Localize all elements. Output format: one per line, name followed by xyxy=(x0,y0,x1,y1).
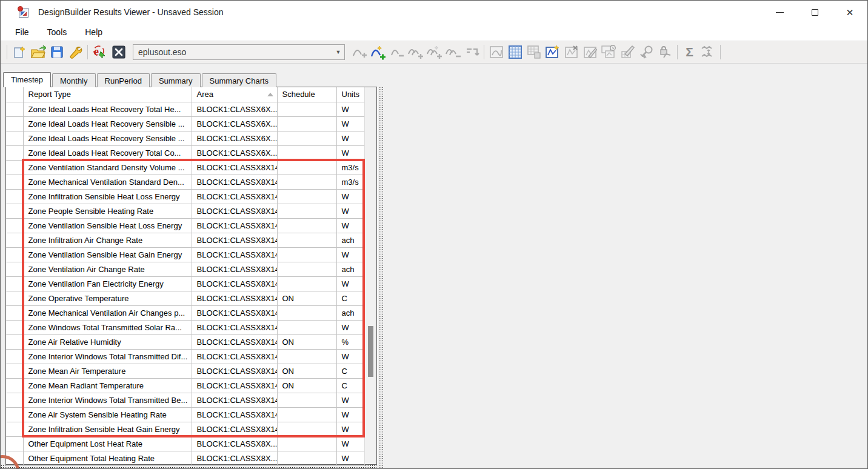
schedule-cell[interactable] xyxy=(277,189,336,204)
area-cell[interactable]: BLOCK1:CLASSX8X14 xyxy=(192,349,277,364)
table-row[interactable]: Zone Mechanical Ventilation Standard Den… xyxy=(6,175,364,189)
delete-chart-button[interactable] xyxy=(562,43,581,61)
report-type-cell[interactable]: Zone Infiltration Sensible Heat Loss Ene… xyxy=(23,189,192,204)
area-cell[interactable]: BLOCK1:CLASSX8X14 xyxy=(192,247,277,262)
menu-help[interactable]: Help xyxy=(78,25,110,39)
report-type-cell[interactable]: Zone Infiltration Air Change Rate xyxy=(23,233,192,247)
move-series-button[interactable] xyxy=(462,43,481,61)
open-button[interactable] xyxy=(28,43,47,61)
schedule-cell[interactable] xyxy=(277,436,336,451)
row-selector-cell[interactable] xyxy=(6,378,23,393)
row-selector-cell[interactable] xyxy=(6,407,23,422)
normalize-button[interactable] xyxy=(699,43,718,61)
schedule-cell[interactable] xyxy=(277,204,336,218)
report-type-cell[interactable]: Zone Infiltration Sensible Heat Gain Ene… xyxy=(23,422,192,436)
tab-summary[interactable]: Summary xyxy=(151,73,201,87)
row-selector-cell[interactable] xyxy=(6,233,23,247)
report-type-cell[interactable]: Other Equipment Total Heating Rate xyxy=(23,451,192,465)
row-selector-cell[interactable] xyxy=(6,349,23,364)
units-cell[interactable]: W xyxy=(336,349,364,364)
area-cell[interactable]: BLOCK1:CLASSX8X14 xyxy=(192,378,277,393)
report-type-cell[interactable]: Zone Operative Temperature xyxy=(23,291,192,305)
table-row[interactable]: Zone Operative Temperature BLOCK1:CLASSX… xyxy=(6,291,364,305)
undo-zoom-button[interactable] xyxy=(637,43,656,61)
column-header-area[interactable]: Area xyxy=(192,87,277,102)
sum-button[interactable]: Σ xyxy=(680,43,699,61)
new-chart-button[interactable] xyxy=(543,43,562,61)
table-row[interactable]: Zone Mean Air Temperature BLOCK1:CLASSX8… xyxy=(6,364,364,378)
area-cell[interactable]: BLOCK1:CLASSX8X14 xyxy=(192,364,277,378)
row-selector-cell[interactable] xyxy=(6,160,23,175)
units-cell[interactable]: C xyxy=(336,364,364,378)
schedule-cell[interactable] xyxy=(277,407,336,422)
units-cell[interactable]: ach xyxy=(336,233,364,247)
row-selector-cell[interactable] xyxy=(6,116,23,131)
row-selector-cell[interactable] xyxy=(6,131,23,145)
table-row[interactable]: Zone Infiltration Sensible Heat Gain Ene… xyxy=(6,422,364,436)
units-cell[interactable]: W xyxy=(336,218,364,233)
schedule-cell[interactable]: ON xyxy=(277,364,336,378)
report-type-cell[interactable]: Zone Mean Radiant Temperature xyxy=(23,378,192,393)
area-cell[interactable]: BLOCK1:CLASSX8X14 xyxy=(192,305,277,320)
table-row[interactable]: Zone Ventilation Air Change Rate BLOCK1:… xyxy=(6,262,364,276)
units-cell[interactable]: W xyxy=(336,451,364,465)
row-selector-cell[interactable] xyxy=(6,102,23,116)
units-cell[interactable]: W xyxy=(336,320,364,334)
units-cell[interactable]: m3/s xyxy=(336,160,364,175)
area-cell[interactable]: BLOCK1:CLASSX8X... xyxy=(192,436,277,451)
area-cell[interactable]: BLOCK1:CLASSX8X14 xyxy=(192,276,277,291)
schedule-cell[interactable] xyxy=(277,451,336,465)
add-all-series-new-chart-button[interactable] xyxy=(425,43,444,61)
schedule-cell[interactable]: ON xyxy=(277,291,336,305)
schedule-cell[interactable] xyxy=(277,102,336,116)
report-type-cell[interactable]: Zone Air System Sensible Heating Rate xyxy=(23,407,192,422)
table-row[interactable]: Zone Ventilation Fan Electricity Energy … xyxy=(6,276,364,291)
units-cell[interactable]: ach xyxy=(336,262,364,276)
area-cell[interactable]: BLOCK1:CLASSX6X... xyxy=(192,102,277,116)
schedule-cell[interactable] xyxy=(277,262,336,276)
tab-monthly[interactable]: Monthly xyxy=(52,73,96,87)
menu-tools[interactable]: Tools xyxy=(40,25,75,39)
options-button[interactable] xyxy=(66,43,85,61)
table-row[interactable]: Zone Air Relative Humidity BLOCK1:CLASSX… xyxy=(6,334,364,349)
row-selector-cell[interactable] xyxy=(6,320,23,334)
menu-file[interactable]: File xyxy=(8,25,36,39)
table-row[interactable]: Zone Ventilation Standard Density Volume… xyxy=(6,160,364,175)
add-all-series-button[interactable] xyxy=(406,43,425,61)
report-type-cell[interactable]: Zone Interior Windows Total Transmitted … xyxy=(23,349,192,364)
report-type-cell[interactable]: Zone Ideal Loads Heat Recovery Sensible … xyxy=(23,116,192,131)
chart-interval-button[interactable] xyxy=(599,43,618,61)
units-cell[interactable]: W xyxy=(336,436,364,451)
report-type-cell[interactable]: Zone Ventilation Sensible Heat Loss Ener… xyxy=(23,218,192,233)
report-type-cell[interactable]: Other Equipment Lost Heat Rate xyxy=(23,436,192,451)
column-header-schedule[interactable]: Schedule xyxy=(277,87,336,102)
area-cell[interactable]: BLOCK1:CLASSX6X... xyxy=(192,116,277,131)
tab-runperiod[interactable]: RunPeriod xyxy=(97,73,150,87)
area-cell[interactable]: BLOCK1:CLASSX6X... xyxy=(192,145,277,160)
new-session-button[interactable] xyxy=(10,43,28,61)
report-type-cell[interactable]: Zone Interior Windows Total Transmitted … xyxy=(23,393,192,407)
table-row[interactable]: Zone Ideal Loads Heat Recovery Sensible … xyxy=(6,131,364,145)
row-selector-cell[interactable] xyxy=(6,291,23,305)
units-cell[interactable]: W xyxy=(336,204,364,218)
table-row[interactable]: Other Equipment Lost Heat Rate BLOCK1:CL… xyxy=(6,436,364,451)
report-type-cell[interactable]: Zone People Sensible Heating Rate xyxy=(23,204,192,218)
area-cell[interactable]: BLOCK1:CLASSX8X14 xyxy=(192,218,277,233)
units-cell[interactable]: m3/s xyxy=(336,175,364,189)
column-header-units[interactable]: Units xyxy=(336,87,364,102)
report-type-cell[interactable]: Zone Windows Total Transmitted Solar Ra.… xyxy=(23,320,192,334)
schedule-cell[interactable] xyxy=(277,320,336,334)
view-grid-button[interactable] xyxy=(506,43,524,61)
close-file-button[interactable] xyxy=(109,43,128,61)
report-type-cell[interactable]: Zone Ideal Loads Heat Recovery Total Co.… xyxy=(23,145,192,160)
schedule-cell[interactable] xyxy=(277,175,336,189)
area-cell[interactable]: BLOCK1:CLASSX8X14 xyxy=(192,160,277,175)
vertical-scrollbar[interactable] xyxy=(364,87,376,464)
units-cell[interactable]: W xyxy=(336,407,364,422)
schedule-cell[interactable] xyxy=(277,276,336,291)
table-row[interactable]: Zone Mechanical Ventilation Air Changes … xyxy=(6,305,364,320)
row-selector-cell[interactable] xyxy=(6,364,23,378)
area-cell[interactable]: BLOCK1:CLASSX6X... xyxy=(192,131,277,145)
units-cell[interactable]: C xyxy=(336,378,364,393)
area-cell[interactable]: BLOCK1:CLASSX8X14 xyxy=(192,422,277,436)
